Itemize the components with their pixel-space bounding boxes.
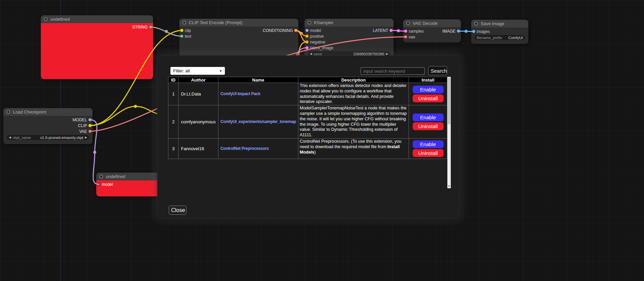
node-collapse-icon[interactable] [474, 22, 478, 25]
enable-button[interactable]: Enable [413, 140, 444, 148]
cell-name: ComfyUI Impact Pack [218, 83, 298, 105]
table-header-row: ID Author Name Description Install [168, 77, 447, 83]
widget-right-arrow-icon[interactable]: ▶ [85, 136, 87, 139]
table-row: 1 Dr.Lt.Data ComfyUI Impact Pack This ex… [168, 83, 447, 105]
widget-left-arrow-icon[interactable]: ◀ [9, 136, 11, 139]
node-header[interactable]: Save Image [471, 20, 528, 28]
uninstall-button[interactable]: Uninstall [413, 122, 444, 130]
header-author: Author [179, 77, 218, 83]
widget-right-arrow-icon[interactable]: ▶ [386, 53, 388, 55]
widget-value: ComfyUI [508, 36, 523, 40]
node-header[interactable]: VAE Decode [403, 19, 461, 27]
input-pin-latent-image[interactable] [306, 46, 309, 49]
node-collapse-icon[interactable] [182, 21, 186, 24]
table-row: 3 Fannovel16 ControlNet Preprocessors Co… [168, 138, 447, 159]
slot-label: CLIP [78, 123, 87, 128]
output-pin-clip[interactable] [88, 124, 92, 127]
pack-link[interactable]: ControlNet Preprocessors [220, 146, 269, 151]
header-name: Name [218, 77, 298, 83]
output-pin-vae[interactable] [88, 130, 92, 133]
table-scrollbar[interactable]: ▼ [447, 77, 451, 188]
slot-label: vae [409, 35, 415, 39]
output-pin-string[interactable] [149, 25, 152, 29]
node-collapse-icon[interactable] [99, 175, 103, 178]
slot-label: model [102, 182, 113, 187]
node-header[interactable]: Load Checkpoint [3, 108, 93, 116]
node-clip-text-encode[interactable]: CLIP Text Encode (Prompt) CONDITIONING c… [179, 19, 298, 56]
filename-prefix-widget[interactable]: filename_prefix ComfyUI [475, 35, 525, 40]
header-install: Install [409, 77, 447, 83]
node-title: KSampler [314, 20, 333, 25]
input-slot-samples: samples [403, 28, 461, 34]
input-pin-model[interactable] [97, 183, 100, 186]
scrollbar-thumb[interactable] [448, 77, 450, 124]
pack-link[interactable]: ComfyUI Impact Pack [220, 91, 260, 96]
node-load-checkpoint[interactable]: Load Checkpoint MODEL CLIP VAE ◀ ckpt_na… [3, 108, 93, 144]
cell-install: Enable Uninstall [409, 138, 447, 159]
input-pin-negative[interactable] [306, 40, 309, 43]
output-pin-model[interactable] [88, 118, 92, 121]
search-button[interactable]: Search [428, 66, 447, 75]
slot-label: VAE [79, 129, 87, 134]
node-header[interactable]: undefined [41, 15, 153, 23]
input-slot-negative: negative [304, 39, 394, 45]
input-pin-vae[interactable] [404, 35, 407, 38]
node-vae-decode[interactable]: VAE Decode IMAGE samples vae [403, 19, 461, 42]
input-slot-latent-image: latent_image [304, 45, 394, 51]
input-pin-positive[interactable] [306, 35, 309, 38]
input-slot-clip: clip [179, 28, 298, 33]
description-text: ControlNet Preprocessors. (To use this e… [300, 139, 401, 149]
slot-label: positive [310, 34, 324, 39]
cell-id: 3 [168, 138, 179, 159]
input-pin-clip[interactable] [180, 29, 183, 32]
uninstall-button[interactable]: Uninstall [413, 94, 444, 102]
header-id: ID [168, 77, 179, 83]
input-pin-text[interactable] [180, 35, 183, 38]
node-save-image[interactable]: Save Image images filename_prefix ComfyU… [471, 20, 528, 44]
header-description: Description [298, 77, 409, 83]
node-header[interactable]: KSampler [304, 19, 394, 27]
input-pin-samples[interactable] [404, 30, 407, 33]
output-slot-vae: VAE [3, 128, 93, 134]
filter-select[interactable]: Filter: all ▼ [170, 67, 225, 75]
input-slot-text: text [179, 33, 298, 39]
cell-install: Enable Uninstall [409, 83, 447, 105]
input-pin-images[interactable] [472, 30, 475, 33]
input-pin-model[interactable] [306, 29, 309, 32]
custom-nodes-table: ID Author Name Description Install 1 Dr.… [168, 77, 447, 159]
output-slot-string: STRING [41, 24, 153, 30]
node-ksampler[interactable]: KSampler LATENT model positive negative … [304, 19, 394, 58]
uninstall-button[interactable]: Uninstall [413, 149, 444, 157]
node-title: Save Image [481, 21, 504, 26]
pack-link[interactable]: ComfyUI_experiments/sampler_tonemap [220, 119, 296, 124]
description-text: This extension offers various detector n… [300, 83, 407, 104]
slot-label: clip [185, 28, 191, 33]
node-collapse-icon[interactable] [308, 21, 311, 24]
search-input[interactable] [361, 67, 425, 75]
node-collapse-icon[interactable] [44, 17, 48, 21]
ckpt-name-widget[interactable]: ◀ ckpt_name v1-5-pruned-emaonly.ckpt ▶ [7, 135, 89, 140]
slot-label: model [310, 28, 321, 33]
node-header[interactable]: CLIP Text Encode (Prompt) [179, 19, 298, 27]
widget-label: ckpt_name [13, 136, 31, 140]
close-button[interactable]: Close [169, 206, 186, 215]
node-collapse-icon[interactable] [6, 110, 10, 114]
wire-clip-to-hidden-node [90, 106, 162, 126]
scrollbar-down-arrow-icon[interactable]: ▼ [447, 184, 451, 188]
widget-left-arrow-icon[interactable]: ◀ [310, 53, 312, 55]
enable-button[interactable]: Enable [413, 86, 444, 93]
cell-author: Fannovel16 [179, 138, 218, 159]
cell-author: comfyanonymous [179, 105, 218, 139]
widget-label: filename_prefix [477, 36, 502, 40]
input-slot-images: images [471, 29, 528, 34]
node-undefined-top[interactable]: undefined STRING [41, 15, 153, 79]
slot-label: latent_image [310, 46, 333, 50]
cell-name: ControlNet Preprocessors [218, 138, 298, 159]
node-collapse-icon[interactable] [406, 21, 410, 25]
node-title: Load Checkpoint [13, 109, 46, 115]
input-slot-model: model [304, 28, 394, 33]
enable-button[interactable]: Enable [413, 113, 444, 121]
node-title: CLIP Text Encode (Prompt) [189, 20, 243, 25]
output-slot-model: MODEL [3, 117, 93, 123]
custom-nodes-manager-dialog: Filter: all ▼ Search ID Author Name Desc… [157, 55, 459, 218]
